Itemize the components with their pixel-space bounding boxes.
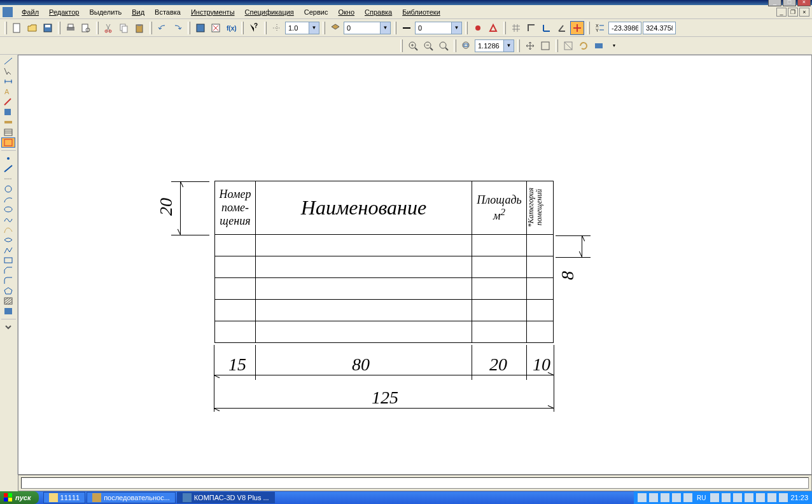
properties-button[interactable] [193, 21, 207, 35]
snap-button[interactable] [270, 21, 284, 35]
open-button[interactable] [25, 21, 39, 35]
toolbar-grip[interactable] [58, 22, 60, 34]
toolbar-grip[interactable] [465, 22, 468, 34]
designations-panel-button[interactable]: A [1, 87, 15, 97]
render-button[interactable] [592, 39, 606, 53]
hatch-button[interactable] [1, 296, 15, 306]
table-row[interactable] [215, 256, 554, 278]
copy-button[interactable] [117, 21, 131, 35]
paste-button[interactable] [132, 21, 146, 35]
style-dropdown[interactable]: ▼ [415, 22, 462, 34]
snap-toggle-button[interactable] [570, 21, 584, 35]
language-indicator[interactable]: RU [695, 494, 708, 501]
table-row[interactable] [215, 278, 554, 300]
text-button[interactable] [1, 306, 15, 316]
toolbar-grip[interactable] [150, 22, 152, 34]
maximize-button[interactable]: □ [783, 0, 796, 6]
linestyle-button[interactable] [400, 21, 414, 35]
tray-icon[interactable] [756, 493, 765, 502]
view-dd-button[interactable]: ▾ [607, 39, 621, 53]
doc-close-button[interactable]: × [799, 8, 809, 17]
zoom-in-button[interactable] [406, 39, 420, 53]
spline-button[interactable] [1, 214, 15, 225]
tray-icon[interactable] [638, 493, 647, 502]
toolbar-grip[interactable] [188, 22, 190, 34]
zoom-extent-button[interactable] [538, 39, 552, 53]
angle-button[interactable] [555, 21, 569, 35]
tray-icon[interactable] [722, 493, 731, 502]
close-button[interactable]: × [797, 0, 811, 6]
measure-panel-button[interactable] [1, 117, 15, 127]
geometry-panel-button[interactable] [1, 56, 15, 66]
pan-button[interactable] [523, 39, 537, 53]
polygon-button[interactable] [1, 286, 15, 296]
aux-line-button[interactable] [1, 174, 15, 184]
toolbar-grip[interactable] [394, 22, 396, 34]
menu-help[interactable]: Справка [360, 7, 397, 17]
coords-button[interactable]: XY [593, 21, 607, 35]
zoom-window-button[interactable] [437, 39, 451, 53]
tray-icon[interactable] [661, 493, 669, 502]
polyline-button[interactable] [1, 245, 15, 255]
dimensions-panel-button[interactable] [1, 76, 15, 87]
tray-icon[interactable] [745, 493, 753, 502]
coord-x-input[interactable] [608, 22, 641, 34]
local-cs-button[interactable] [540, 21, 554, 35]
grid-button[interactable] [509, 21, 523, 35]
cut-button[interactable] [102, 21, 116, 35]
toolbar-grip[interactable] [400, 39, 403, 52]
save-button[interactable] [41, 21, 55, 35]
menu-spec[interactable]: Спецификация [240, 7, 299, 17]
doc-minimize-button[interactable]: _ [776, 8, 787, 17]
toolbar-grip[interactable] [241, 22, 244, 34]
canvas[interactable]: Номер поме- щения Наименование Площадь м… [18, 55, 812, 475]
table-row[interactable] [215, 321, 554, 343]
layer-input[interactable] [344, 22, 380, 34]
help-context-button[interactable]: ? [247, 21, 261, 35]
point-button[interactable] [1, 153, 15, 164]
chevron-down-icon[interactable]: ▼ [309, 22, 319, 34]
fillet-button[interactable] [1, 276, 15, 286]
minimize-button[interactable]: _ [768, 0, 781, 6]
clock[interactable]: 21:23 [790, 494, 808, 501]
tray-icon[interactable] [767, 493, 776, 502]
chevron-down-icon[interactable]: ▼ [380, 22, 390, 34]
tray-icon[interactable] [683, 493, 692, 502]
taskbar-item[interactable]: КОМПАС-3D V8 Plus ... [177, 492, 275, 503]
menu-service[interactable]: Сервис [299, 7, 333, 17]
tray-icon[interactable] [779, 493, 788, 502]
doc-restore-button[interactable]: ❐ [788, 8, 798, 17]
command-line[interactable] [21, 477, 809, 489]
print-button[interactable] [64, 21, 78, 35]
table-row[interactable] [215, 300, 554, 321]
chevron-down-icon[interactable]: ▼ [503, 40, 514, 52]
toolbar-grip[interactable] [556, 39, 558, 52]
new-button[interactable] [10, 21, 24, 35]
params-panel-button[interactable] [1, 107, 15, 117]
tray-icon[interactable] [672, 493, 681, 502]
function-button[interactable]: f(x) [224, 21, 238, 35]
tray-icon[interactable] [710, 493, 719, 502]
chamfer-button[interactable] [1, 265, 15, 276]
menu-select[interactable]: Выделить [84, 7, 127, 17]
layer-button[interactable] [328, 21, 342, 35]
toolbar-grip[interactable] [96, 22, 99, 34]
drawing-table[interactable]: Номер поме- щения Наименование Площадь м… [214, 181, 554, 343]
step-input[interactable] [286, 22, 309, 34]
zoom-dropdown[interactable]: ▼ [475, 39, 514, 52]
redo-button[interactable] [171, 21, 185, 35]
active-panel-button[interactable] [1, 137, 15, 148]
zoom-out-button[interactable] [421, 39, 435, 53]
taskbar-item[interactable]: 11111 [43, 492, 86, 503]
menu-libraries[interactable]: Библиотеки [397, 7, 445, 17]
toolbar-grip[interactable] [323, 22, 325, 34]
arc-button[interactable] [1, 194, 15, 204]
undo-button[interactable] [155, 21, 169, 35]
menu-file[interactable]: Файл [17, 7, 44, 17]
tray-icon[interactable] [649, 493, 658, 502]
zoom-fit-button[interactable] [459, 39, 473, 53]
taskbar-item[interactable]: последовательнос... [87, 492, 176, 503]
toolbar-grip[interactable] [503, 22, 506, 34]
menu-edit[interactable]: Редактор [44, 7, 84, 17]
spec-panel-button[interactable] [1, 127, 15, 137]
